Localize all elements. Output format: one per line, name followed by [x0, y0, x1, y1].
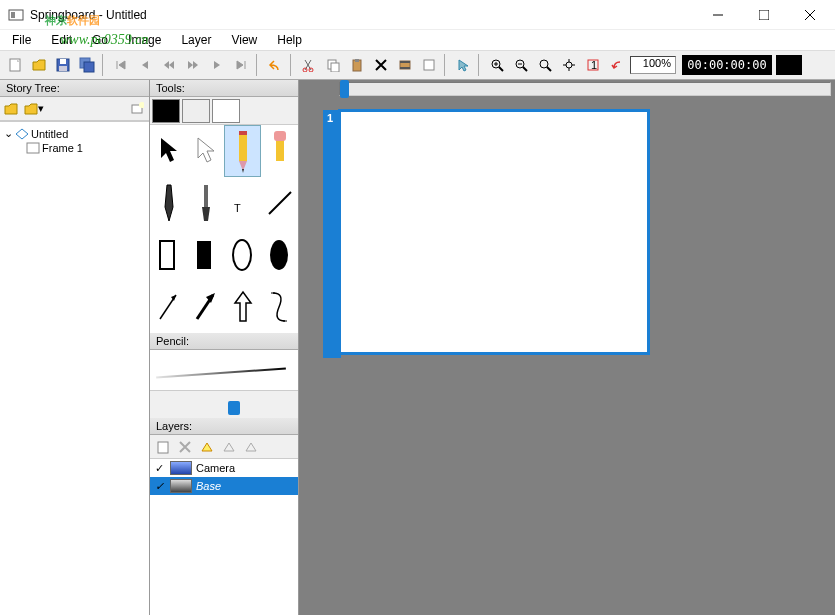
layers-list: ✓ Camera ✓ Base	[150, 459, 298, 615]
delete-layer-button[interactable]	[174, 437, 196, 457]
layer-camera[interactable]: ✓ Camera	[150, 459, 298, 477]
window-title: Springboard - Untitled	[30, 8, 695, 22]
open-button[interactable]	[28, 54, 50, 76]
svg-rect-44	[274, 131, 286, 141]
eraser-tool[interactable]	[261, 125, 298, 177]
prev-button[interactable]	[134, 54, 156, 76]
menu-file[interactable]: File	[4, 31, 39, 49]
menu-view[interactable]: View	[223, 31, 265, 49]
svg-rect-17	[355, 59, 359, 62]
layer-visible-check[interactable]: ✓	[152, 480, 166, 493]
forward-button[interactable]	[182, 54, 204, 76]
zoom-in-button[interactable]	[486, 54, 508, 76]
arrow-line-tool[interactable]	[150, 281, 187, 333]
curve-tool[interactable]	[261, 281, 298, 333]
svg-rect-45	[204, 185, 208, 207]
svg-rect-56	[158, 442, 168, 453]
svg-rect-20	[400, 67, 410, 69]
ellipse-fill-tool[interactable]	[261, 229, 298, 281]
zoom-display[interactable]: 100%	[630, 56, 676, 74]
new-folder2-button[interactable]: ▾	[24, 99, 44, 119]
save-button[interactable]	[52, 54, 74, 76]
svg-rect-3	[759, 10, 769, 20]
arrow-thick-tool[interactable]	[187, 281, 224, 333]
rect-tool[interactable]	[150, 229, 187, 281]
brush-size-slider[interactable]	[150, 390, 298, 418]
frame-canvas[interactable]: 1	[339, 110, 649, 354]
delete-button[interactable]	[370, 54, 392, 76]
new-layer-button[interactable]	[152, 437, 174, 457]
pointer-tool[interactable]	[187, 125, 224, 177]
tool-grid: T	[150, 125, 298, 333]
close-button[interactable]	[787, 0, 833, 30]
last-button[interactable]	[230, 54, 252, 76]
background-color[interactable]	[182, 99, 210, 123]
brush-preview	[150, 350, 298, 390]
text-tool[interactable]: T	[224, 177, 261, 229]
svg-line-27	[523, 67, 527, 71]
layer-visible-check[interactable]: ✓	[152, 462, 166, 475]
svg-rect-1	[11, 12, 15, 18]
timecode-thumb	[776, 55, 802, 75]
layer-color-icon	[170, 461, 192, 475]
story-tree[interactable]: ⌄ Untitled Frame 1	[0, 121, 149, 615]
timeline-slider[interactable]	[339, 82, 831, 96]
canvas-area[interactable]: 1	[299, 80, 835, 615]
arrow-tool[interactable]	[150, 125, 187, 177]
save-all-button[interactable]	[76, 54, 98, 76]
svg-rect-11	[84, 62, 94, 72]
blank-button[interactable]	[418, 54, 440, 76]
copy-button[interactable]	[322, 54, 344, 76]
arrow-outline-tool[interactable]	[224, 281, 261, 333]
film-button[interactable]	[394, 54, 416, 76]
new-folder-button[interactable]	[2, 99, 22, 119]
layer-name: Camera	[196, 462, 235, 474]
rect-fill-tool[interactable]	[187, 229, 224, 281]
minimize-button[interactable]	[695, 0, 741, 30]
menu-layer[interactable]: Layer	[173, 31, 219, 49]
select-tool-button[interactable]	[452, 54, 474, 76]
actual-size-button[interactable]: 1	[582, 54, 604, 76]
swap-color[interactable]	[212, 99, 240, 123]
timeline-handle[interactable]	[340, 80, 349, 98]
pen-tool[interactable]	[150, 177, 187, 229]
foreground-color[interactable]	[152, 99, 180, 123]
svg-rect-49	[197, 241, 211, 269]
tree-frame-label: Frame 1	[42, 142, 83, 154]
cut-button[interactable]	[298, 54, 320, 76]
tree-frame[interactable]: Frame 1	[26, 141, 145, 155]
frame-icon	[26, 142, 40, 154]
tree-root[interactable]: ⌄ Untitled	[4, 126, 145, 141]
fit-button[interactable]	[558, 54, 580, 76]
revert-button[interactable]	[606, 54, 628, 76]
brush-tool[interactable]	[187, 177, 224, 229]
zoom-out-button[interactable]	[510, 54, 532, 76]
next-button[interactable]	[206, 54, 228, 76]
expand-icon[interactable]: ⌄	[4, 127, 13, 140]
onion-prev-button[interactable]	[218, 437, 240, 457]
layer-base[interactable]: ✓ Base	[150, 477, 298, 495]
new-button[interactable]	[4, 54, 26, 76]
paste-button[interactable]	[346, 54, 368, 76]
line-tool[interactable]	[261, 177, 298, 229]
lightbox-button[interactable]	[196, 437, 218, 457]
svg-point-50	[233, 240, 251, 270]
svg-rect-19	[400, 61, 410, 63]
ellipse-tool[interactable]	[224, 229, 261, 281]
pencil-tool[interactable]	[224, 125, 261, 177]
onion-next-button[interactable]	[240, 437, 262, 457]
svg-rect-41	[239, 133, 247, 161]
diamond-icon	[15, 128, 29, 140]
layer-name: Base	[196, 480, 221, 492]
svg-rect-21	[424, 60, 434, 70]
layers-toolbar	[150, 435, 298, 459]
maximize-button[interactable]	[741, 0, 787, 30]
main-toolbar: 1 100% 00:00:00:00	[0, 50, 835, 80]
svg-line-23	[499, 67, 503, 71]
menu-help[interactable]: Help	[269, 31, 310, 49]
new-frame-button[interactable]	[127, 99, 147, 119]
rewind-button[interactable]	[158, 54, 180, 76]
zoom-button[interactable]	[534, 54, 556, 76]
undo-button[interactable]	[264, 54, 286, 76]
first-button[interactable]	[110, 54, 132, 76]
